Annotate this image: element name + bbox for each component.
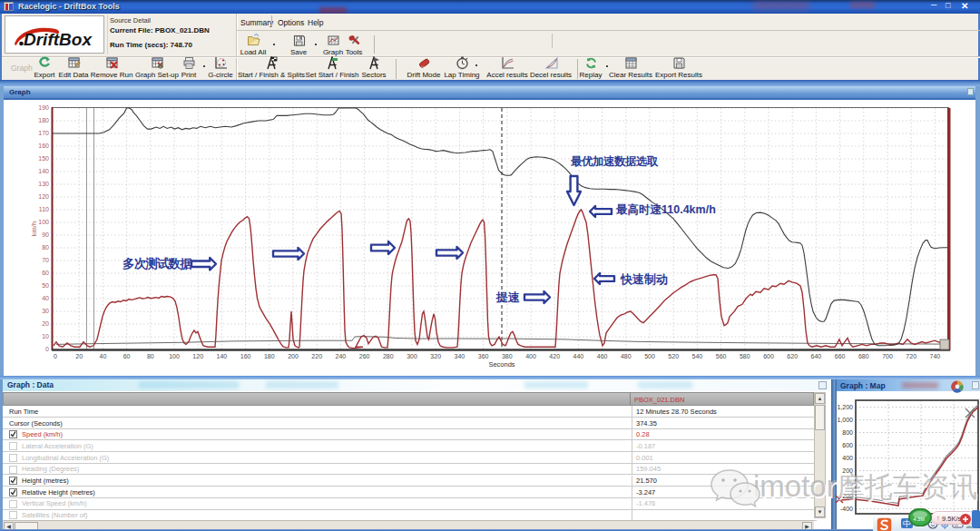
svg-text:1,200: 1,200 — [837, 404, 853, 410]
svg-text:1,000: 1,000 — [837, 417, 853, 423]
svg-text:800: 800 — [842, 429, 853, 436]
svg-text:4.3M: 4.3M — [914, 516, 926, 522]
svg-text:600: 600 — [842, 442, 853, 448]
svg-text:400: 400 — [842, 455, 853, 461]
